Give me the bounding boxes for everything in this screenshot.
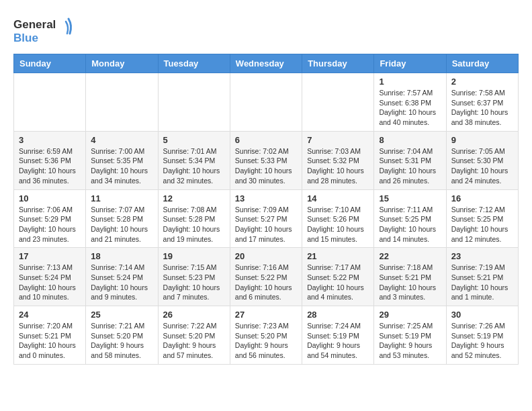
calendar-cell bbox=[230, 73, 302, 132]
day-number: 19 bbox=[163, 251, 225, 261]
logo-svg: General Blue bbox=[13, 13, 74, 47]
day-number: 17 bbox=[19, 251, 81, 261]
day-info: Sunrise: 7:11 AM Sunset: 5:25 PM Dayligh… bbox=[379, 205, 441, 244]
day-info: Sunrise: 7:13 AM Sunset: 5:24 PM Dayligh… bbox=[19, 263, 81, 302]
calendar-cell: 12Sunrise: 7:08 AM Sunset: 5:28 PM Dayli… bbox=[158, 189, 230, 248]
calendar-cell: 16Sunrise: 7:12 AM Sunset: 5:25 PM Dayli… bbox=[446, 189, 518, 248]
calendar-cell: 19Sunrise: 7:15 AM Sunset: 5:23 PM Dayli… bbox=[158, 248, 230, 306]
day-number: 24 bbox=[19, 310, 81, 320]
day-number: 11 bbox=[91, 193, 152, 203]
day-info: Sunrise: 7:18 AM Sunset: 5:21 PM Dayligh… bbox=[379, 263, 441, 302]
day-number: 14 bbox=[307, 193, 369, 203]
day-info: Sunrise: 7:58 AM Sunset: 6:37 PM Dayligh… bbox=[451, 88, 513, 128]
day-info: Sunrise: 7:12 AM Sunset: 5:25 PM Dayligh… bbox=[451, 205, 513, 244]
day-info: Sunrise: 7:25 AM Sunset: 5:19 PM Dayligh… bbox=[379, 321, 441, 361]
day-number: 30 bbox=[451, 310, 513, 320]
day-number: 12 bbox=[163, 193, 225, 203]
calendar-cell: 15Sunrise: 7:11 AM Sunset: 5:25 PM Dayli… bbox=[374, 189, 446, 248]
day-info: Sunrise: 7:01 AM Sunset: 5:34 PM Dayligh… bbox=[163, 146, 225, 186]
day-number: 7 bbox=[307, 135, 369, 145]
day-info: Sunrise: 7:04 AM Sunset: 5:31 PM Dayligh… bbox=[379, 146, 441, 186]
day-info: Sunrise: 7:17 AM Sunset: 5:22 PM Dayligh… bbox=[307, 263, 369, 302]
calendar-header-row: SundayMondayTuesdayWednesdayThursdayFrid… bbox=[14, 54, 519, 73]
day-number: 3 bbox=[19, 135, 81, 145]
calendar-cell: 26Sunrise: 7:22 AM Sunset: 5:20 PM Dayli… bbox=[158, 306, 230, 365]
day-number: 27 bbox=[235, 310, 297, 320]
calendar-cell: 10Sunrise: 7:06 AM Sunset: 5:29 PM Dayli… bbox=[14, 189, 86, 248]
calendar-cell: 22Sunrise: 7:18 AM Sunset: 5:21 PM Dayli… bbox=[374, 248, 446, 306]
svg-text:Blue: Blue bbox=[13, 32, 38, 44]
calendar-cell: 23Sunrise: 7:19 AM Sunset: 5:21 PM Dayli… bbox=[446, 248, 518, 306]
day-number: 10 bbox=[19, 193, 81, 203]
calendar-cell: 17Sunrise: 7:13 AM Sunset: 5:24 PM Dayli… bbox=[14, 248, 86, 306]
day-info: Sunrise: 7:15 AM Sunset: 5:23 PM Dayligh… bbox=[163, 263, 225, 302]
day-number: 28 bbox=[307, 310, 369, 320]
calendar-cell bbox=[158, 73, 230, 132]
day-info: Sunrise: 6:59 AM Sunset: 5:36 PM Dayligh… bbox=[19, 146, 81, 186]
day-info: Sunrise: 7:22 AM Sunset: 5:20 PM Dayligh… bbox=[163, 321, 225, 361]
calendar-cell: 5Sunrise: 7:01 AM Sunset: 5:34 PM Daylig… bbox=[158, 131, 230, 189]
logo: General Blue bbox=[13, 13, 74, 47]
day-info: Sunrise: 7:26 AM Sunset: 5:19 PM Dayligh… bbox=[451, 321, 513, 361]
day-info: Sunrise: 7:06 AM Sunset: 5:29 PM Dayligh… bbox=[19, 205, 81, 244]
calendar-cell: 28Sunrise: 7:24 AM Sunset: 5:19 PM Dayli… bbox=[302, 306, 374, 365]
day-number: 26 bbox=[163, 310, 225, 320]
day-number: 9 bbox=[451, 135, 513, 145]
calendar-cell: 3Sunrise: 6:59 AM Sunset: 5:36 PM Daylig… bbox=[14, 131, 86, 189]
weekday-header: Thursday bbox=[302, 54, 374, 73]
calendar-cell: 18Sunrise: 7:14 AM Sunset: 5:24 PM Dayli… bbox=[86, 248, 158, 306]
day-info: Sunrise: 7:07 AM Sunset: 5:28 PM Dayligh… bbox=[91, 205, 152, 244]
day-number: 1 bbox=[379, 77, 441, 87]
day-info: Sunrise: 7:19 AM Sunset: 5:21 PM Dayligh… bbox=[451, 263, 513, 302]
calendar-cell: 29Sunrise: 7:25 AM Sunset: 5:19 PM Dayli… bbox=[374, 306, 446, 365]
day-info: Sunrise: 7:20 AM Sunset: 5:21 PM Dayligh… bbox=[19, 321, 81, 361]
calendar-cell: 25Sunrise: 7:21 AM Sunset: 5:20 PM Dayli… bbox=[86, 306, 158, 365]
day-info: Sunrise: 7:14 AM Sunset: 5:24 PM Dayligh… bbox=[91, 263, 152, 302]
calendar-week-row: 10Sunrise: 7:06 AM Sunset: 5:29 PM Dayli… bbox=[14, 189, 519, 248]
calendar-cell: 24Sunrise: 7:20 AM Sunset: 5:21 PM Dayli… bbox=[14, 306, 86, 365]
calendar-cell: 21Sunrise: 7:17 AM Sunset: 5:22 PM Dayli… bbox=[302, 248, 374, 306]
weekday-header: Tuesday bbox=[158, 54, 230, 73]
calendar-cell: 8Sunrise: 7:04 AM Sunset: 5:31 PM Daylig… bbox=[374, 131, 446, 189]
calendar-week-row: 24Sunrise: 7:20 AM Sunset: 5:21 PM Dayli… bbox=[14, 306, 519, 365]
calendar-cell: 9Sunrise: 7:05 AM Sunset: 5:30 PM Daylig… bbox=[446, 131, 518, 189]
day-number: 22 bbox=[379, 251, 441, 261]
page-header: General Blue bbox=[13, 13, 519, 47]
day-info: Sunrise: 7:08 AM Sunset: 5:28 PM Dayligh… bbox=[163, 205, 225, 244]
day-number: 4 bbox=[91, 135, 152, 145]
calendar-cell bbox=[302, 73, 374, 132]
day-number: 23 bbox=[451, 251, 513, 261]
day-info: Sunrise: 7:09 AM Sunset: 5:27 PM Dayligh… bbox=[235, 205, 297, 244]
day-info: Sunrise: 7:00 AM Sunset: 5:35 PM Dayligh… bbox=[91, 146, 152, 186]
day-number: 25 bbox=[91, 310, 152, 320]
calendar-cell: 14Sunrise: 7:10 AM Sunset: 5:26 PM Dayli… bbox=[302, 189, 374, 248]
day-number: 20 bbox=[235, 251, 297, 261]
calendar-week-row: 1Sunrise: 7:57 AM Sunset: 6:38 PM Daylig… bbox=[14, 73, 519, 132]
day-info: Sunrise: 7:02 AM Sunset: 5:33 PM Dayligh… bbox=[235, 146, 297, 186]
calendar-cell: 30Sunrise: 7:26 AM Sunset: 5:19 PM Dayli… bbox=[446, 306, 518, 365]
weekday-header: Monday bbox=[86, 54, 158, 73]
calendar-table: SundayMondayTuesdayWednesdayThursdayFrid… bbox=[13, 54, 519, 365]
day-number: 16 bbox=[451, 193, 513, 203]
day-info: Sunrise: 7:24 AM Sunset: 5:19 PM Dayligh… bbox=[307, 321, 369, 361]
day-number: 21 bbox=[307, 251, 369, 261]
weekday-header: Friday bbox=[374, 54, 446, 73]
calendar-cell bbox=[86, 73, 158, 132]
day-number: 5 bbox=[163, 135, 225, 145]
day-info: Sunrise: 7:10 AM Sunset: 5:26 PM Dayligh… bbox=[307, 205, 369, 244]
weekday-header: Sunday bbox=[14, 54, 86, 73]
day-info: Sunrise: 7:03 AM Sunset: 5:32 PM Dayligh… bbox=[307, 146, 369, 186]
calendar-cell: 6Sunrise: 7:02 AM Sunset: 5:33 PM Daylig… bbox=[230, 131, 302, 189]
day-info: Sunrise: 7:16 AM Sunset: 5:22 PM Dayligh… bbox=[235, 263, 297, 302]
calendar-cell: 7Sunrise: 7:03 AM Sunset: 5:32 PM Daylig… bbox=[302, 131, 374, 189]
day-number: 18 bbox=[91, 251, 152, 261]
day-number: 8 bbox=[379, 135, 441, 145]
day-number: 29 bbox=[379, 310, 441, 320]
svg-text:General: General bbox=[13, 18, 56, 31]
calendar-cell: 2Sunrise: 7:58 AM Sunset: 6:37 PM Daylig… bbox=[446, 73, 518, 132]
day-number: 2 bbox=[451, 77, 513, 87]
weekday-header: Wednesday bbox=[230, 54, 302, 73]
calendar-cell: 20Sunrise: 7:16 AM Sunset: 5:22 PM Dayli… bbox=[230, 248, 302, 306]
day-number: 6 bbox=[235, 135, 297, 145]
weekday-header: Saturday bbox=[446, 54, 518, 73]
